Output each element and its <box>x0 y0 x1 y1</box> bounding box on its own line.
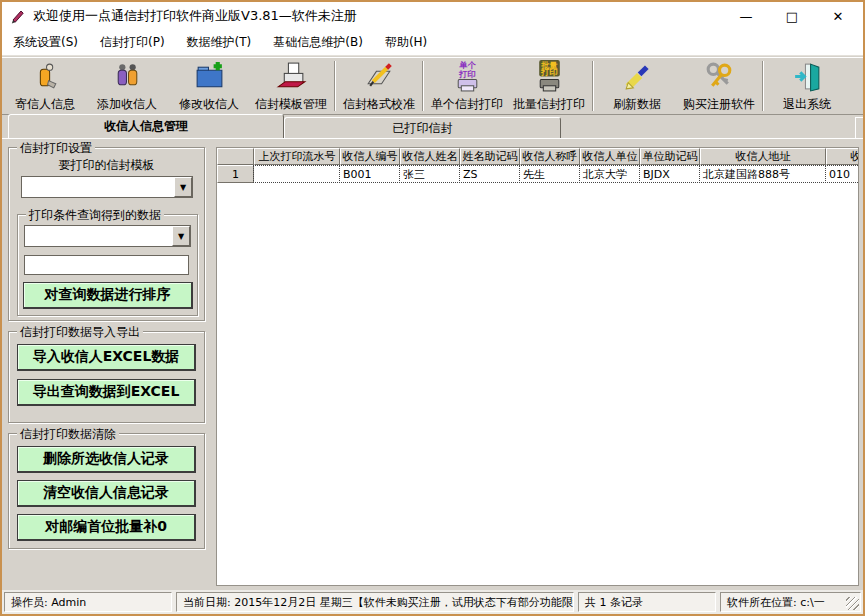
toolbar-separator <box>762 61 764 111</box>
sort-query-data-button[interactable]: 对查询数据进行排序 <box>23 282 193 309</box>
close-button[interactable]: ✕ <box>815 2 861 30</box>
group-query-data-title: 打印条件查询得到的数据 <box>26 207 164 224</box>
svg-text:打印: 打印 <box>458 69 476 79</box>
format-calibrate-icon <box>363 60 396 96</box>
group-clear-data: 信封打印数据清除 删除所选收信人记录 清空收信人信息记录 对邮编首位批量补0 <box>8 433 205 549</box>
row-number[interactable]: 1 <box>217 165 254 183</box>
edit-recipient-icon <box>193 60 226 96</box>
menu-system-settings[interactable]: 系统设置(S) <box>4 30 87 55</box>
template-label: 要打印的信封模板 <box>9 157 204 174</box>
app-pen-icon <box>10 8 26 24</box>
cell-unit-mnemonic[interactable]: BJDX <box>639 165 700 183</box>
delete-selected-button[interactable]: 删除所选收信人记录 <box>17 446 196 473</box>
menu-basic-info[interactable]: 基础信息维护(B) <box>264 30 372 55</box>
toolbar-button-label: 寄信人信息 <box>15 96 75 113</box>
table-row[interactable]: 1 B001 张三 ZS 先生 北京大学 BJDX 北京建国路888号 010 <box>217 165 858 183</box>
window-title: 欢迎使用一点通信封打印软件商业版V3.81—软件未注册 <box>33 7 357 25</box>
toolbar-button-label: 修改收信人 <box>179 96 239 113</box>
tab-strip: 收信人信息管理 已打印信封 <box>2 114 863 138</box>
grid-header-zipcode-clipped[interactable]: 收 <box>826 148 859 165</box>
toolbar-button-label: 刷新数据 <box>613 96 661 113</box>
cell-address[interactable]: 北京建国路888号 <box>699 165 826 183</box>
grid-header-salutation[interactable]: 收信人称呼 <box>520 148 580 165</box>
grid-header-recipient-id[interactable]: 收信人编号 <box>340 148 400 165</box>
status-location-text: 软件所在位置: c:\一 <box>727 595 825 610</box>
cell-serial[interactable] <box>253 165 340 183</box>
toolbar-edit-recipient-button[interactable]: 修改收信人 <box>168 59 250 113</box>
title-bar: 欢迎使用一点通信封打印软件商业版V3.81—软件未注册 — □ ✕ <box>2 2 863 30</box>
grid-header-serial[interactable]: 上次打印流水号 <box>254 148 340 165</box>
toolbar-envelope-template-button[interactable]: 信封模板管理 <box>250 59 332 113</box>
toolbar-button-label: 退出系统 <box>783 96 831 113</box>
chevron-down-icon[interactable]: ▼ <box>172 226 190 246</box>
toolbar-separator <box>334 61 336 111</box>
grid-header-unit[interactable]: 收信人单位 <box>580 148 640 165</box>
single-print-icon: 单个打印 <box>451 60 484 96</box>
toolbar-single-print-button[interactable]: 单个打印 单个信封打印 <box>426 59 508 113</box>
grid-header-address[interactable]: 收信人地址 <box>700 148 826 165</box>
toolbar-button-label: 购买注册软件 <box>683 96 755 113</box>
query-combobox-value <box>25 226 172 246</box>
tab-clipped[interactable] <box>855 117 865 138</box>
toolbar: 寄信人信息 添加收信人 修改收信人 信封模板管理 信封格式校准 <box>2 57 863 114</box>
tab-page-recipient-management: 信封打印设置 要打印的信封模板 ▼ 打印条件查询得到的数据 ▼ 对查询数据进行排… <box>2 138 863 590</box>
recipient-grid: 上次打印流水号 收信人编号 收信人姓名 姓名助记码 收信人称呼 收信人单位 单位… <box>216 147 859 586</box>
grid-header-row: 上次打印流水号 收信人编号 收信人姓名 姓名助记码 收信人称呼 收信人单位 单位… <box>217 148 858 165</box>
envelope-template-icon <box>275 60 308 96</box>
toolbar-add-recipient-button[interactable]: 添加收信人 <box>86 59 168 113</box>
toolbar-separator <box>592 61 594 111</box>
cell-recipient-name[interactable]: 张三 <box>399 165 460 183</box>
toolbar-button-label: 单个信封打印 <box>431 96 503 113</box>
toolbar-register-button[interactable]: 购买注册软件 <box>678 59 760 113</box>
menu-help[interactable]: 帮助(H) <box>376 30 436 55</box>
toolbar-button-label: 信封格式校准 <box>343 96 415 113</box>
grid-header-name-mnemonic[interactable]: 姓名助记码 <box>460 148 520 165</box>
template-combobox[interactable]: ▼ <box>21 176 193 198</box>
grid-header-unit-mnemonic[interactable]: 单位助记码 <box>640 148 700 165</box>
toolbar-batch-print-button[interactable]: 批量打印 批量信封打印 <box>508 59 590 113</box>
refresh-data-icon <box>621 60 654 96</box>
toolbar-button-label: 信封模板管理 <box>255 96 327 113</box>
cell-salutation[interactable]: 先生 <box>519 165 580 183</box>
export-excel-button[interactable]: 导出查询数据到EXCEL <box>17 379 196 406</box>
resize-grip[interactable] <box>846 597 859 610</box>
cell-zipcode-clipped[interactable]: 010 <box>825 165 859 183</box>
toolbar-sender-info-button[interactable]: 寄信人信息 <box>4 59 86 113</box>
group-print-settings: 信封打印设置 要打印的信封模板 ▼ 打印条件查询得到的数据 ▼ 对查询数据进行排… <box>8 147 205 321</box>
minimize-button[interactable]: — <box>723 2 769 30</box>
tab-printed-envelopes[interactable]: 已打印信封 <box>284 117 561 138</box>
cell-name-mnemonic[interactable]: ZS <box>459 165 520 183</box>
query-input[interactable] <box>24 255 189 275</box>
toolbar-exit-button[interactable]: 退出系统 <box>766 59 848 113</box>
exit-door-icon <box>791 60 824 96</box>
template-combobox-value <box>22 177 174 197</box>
cell-unit[interactable]: 北京大学 <box>579 165 640 183</box>
group-clear-data-title: 信封打印数据清除 <box>17 426 119 443</box>
toolbar-button-label: 添加收信人 <box>97 96 157 113</box>
status-record-count: 共 1 条记录 <box>578 592 716 612</box>
menu-envelope-print[interactable]: 信封打印(P) <box>91 30 174 55</box>
status-operator: 操作员: Admin <box>4 592 172 612</box>
import-excel-button[interactable]: 导入收信人EXCEL数据 <box>17 344 196 371</box>
register-keys-icon <box>703 60 736 96</box>
grid-header-recipient-name[interactable]: 收信人姓名 <box>400 148 460 165</box>
sender-info-icon <box>29 60 62 96</box>
query-combobox[interactable]: ▼ <box>24 225 191 247</box>
toolbar-button-label: 批量信封打印 <box>513 96 585 113</box>
app-window: 欢迎使用一点通信封打印软件商业版V3.81—软件未注册 — □ ✕ 系统设置(S… <box>0 0 865 616</box>
window-controls: — □ ✕ <box>723 2 861 30</box>
maximize-button[interactable]: □ <box>769 2 815 30</box>
chevron-down-icon[interactable]: ▼ <box>174 177 192 197</box>
toolbar-format-calibrate-button[interactable]: 信封格式校准 <box>338 59 420 113</box>
menu-data-maintenance[interactable]: 数据维护(T) <box>178 30 261 55</box>
pad-zipcode-zero-button[interactable]: 对邮编首位批量补0 <box>17 514 196 541</box>
group-print-settings-title: 信封打印设置 <box>17 140 95 157</box>
grid-header-rownum <box>217 148 254 165</box>
status-software-location: 软件所在位置: c:\一 <box>720 592 861 612</box>
toolbar-refresh-data-button[interactable]: 刷新数据 <box>596 59 678 113</box>
clear-records-button[interactable]: 清空收信人信息记录 <box>17 480 196 507</box>
status-bar: 操作员: Admin 当前日期: 2015年12月2日 星期三【软件未购买注册，… <box>2 590 863 614</box>
tab-recipient-management[interactable]: 收信人信息管理 <box>8 114 284 138</box>
cell-recipient-id[interactable]: B001 <box>339 165 400 183</box>
batch-print-icon: 批量打印 <box>533 60 566 96</box>
